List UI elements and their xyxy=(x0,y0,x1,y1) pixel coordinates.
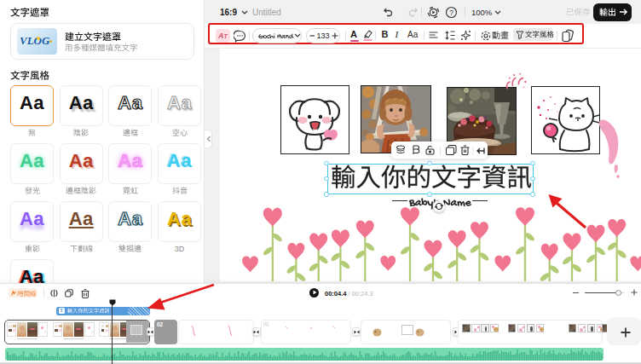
svg-text:?: ? xyxy=(449,9,453,17)
